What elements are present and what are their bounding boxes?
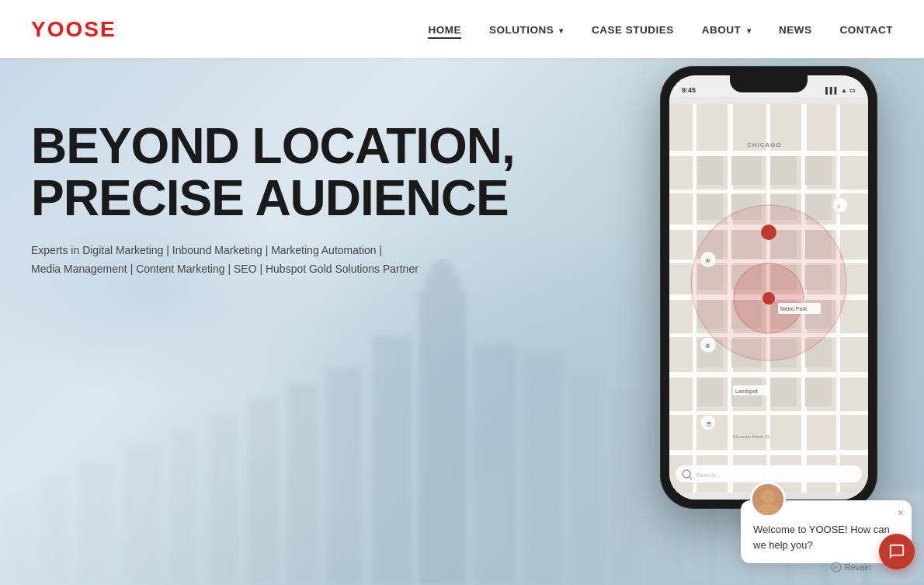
revain-badge: R Revain (831, 562, 871, 573)
svg-text:⊕: ⊕ (705, 257, 710, 264)
battery-icon: ▭ (849, 87, 856, 94)
phone-outer-frame: 9:45 ▌▌▌ ▲ ▭ (660, 66, 877, 509)
hero-title: BEYOND LOCATION, PRECISE AUDIENCE (31, 120, 515, 225)
nav-link-case-studies[interactable]: CASE STUDIES (592, 24, 674, 36)
solutions-caret-icon: ▾ (559, 26, 564, 35)
svg-point-78 (832, 197, 848, 213)
revain-label: Revain (845, 562, 871, 572)
nav-item-about[interactable]: ABOUT ▾ (702, 23, 751, 37)
signal-icon: ▌▌▌ (825, 87, 839, 94)
svg-rect-64 (697, 378, 723, 406)
nav-link-solutions[interactable]: SOLUTIONS ▾ (489, 24, 564, 36)
nav-item-news[interactable]: NEWS (779, 23, 812, 37)
nav-link-news[interactable]: NEWS (779, 24, 812, 36)
hero-subtitle: Experts in Digital Marketing | Inbound M… (31, 242, 515, 279)
svg-text:Search...: Search... (696, 472, 721, 479)
navbar: YOOSE HOME SOLUTIONS ▾ CASE STUDIES ABOU… (0, 0, 924, 58)
nav-item-solutions[interactable]: SOLUTIONS ▾ (489, 23, 564, 37)
chat-bubble-button[interactable] (879, 534, 915, 569)
nav-link-about[interactable]: ABOUT ▾ (702, 24, 751, 36)
brand-logo[interactable]: YOOSE (31, 17, 116, 42)
wifi-icon: ▲ (841, 87, 847, 94)
svg-rect-43 (805, 156, 832, 185)
phone-mockup: 9:45 ▌▌▌ ▲ ▭ (660, 66, 877, 509)
svg-rect-40 (697, 156, 723, 185)
svg-rect-67 (805, 378, 832, 406)
svg-text:☕: ☕ (705, 420, 713, 427)
phone-inner-screen: 9:45 ▌▌▌ ▲ ▭ (669, 75, 868, 500)
nav-item-home[interactable]: HOME (428, 23, 461, 37)
chat-icon (888, 543, 905, 560)
map-svg: CHICAGO Metro Park Landspot Museum North… (669, 97, 868, 500)
svg-text:Landspot: Landspot (735, 388, 758, 395)
svg-text:R: R (833, 565, 837, 570)
svg-rect-42 (770, 156, 797, 185)
nav-links: HOME SOLUTIONS ▾ CASE STUDIES ABOUT ▾ NE… (428, 23, 893, 37)
about-caret-icon: ▾ (747, 26, 752, 35)
chat-avatar (750, 482, 786, 517)
svg-text:Metro Park: Metro Park (780, 306, 808, 312)
chat-greeting-text: Welcome to YOOSE! How can we help you? (753, 522, 899, 552)
svg-text:♪: ♪ (837, 203, 840, 210)
hero-content: BEYOND LOCATION, PRECISE AUDIENCE Expert… (31, 120, 515, 279)
svg-text:CHICAGO: CHICAGO (747, 141, 782, 148)
svg-rect-41 (731, 156, 762, 185)
chat-close-button[interactable]: × (898, 507, 904, 519)
nav-link-home[interactable]: HOME (428, 24, 461, 39)
svg-text:⊕: ⊕ (705, 343, 710, 350)
hero-section: BEYOND LOCATION, PRECISE AUDIENCE Expert… (0, 58, 924, 585)
svg-point-91 (761, 489, 775, 503)
phone-status-icons: ▌▌▌ ▲ ▭ (825, 87, 856, 94)
svg-point-71 (762, 292, 775, 305)
nav-item-contact[interactable]: CONTACT (840, 23, 894, 37)
svg-rect-66 (770, 378, 797, 406)
revain-icon: R (831, 562, 842, 573)
svg-rect-44 (697, 194, 723, 220)
phone-map: CHICAGO Metro Park Landspot Museum North… (669, 97, 868, 500)
svg-text:Museum North St.: Museum North St. (733, 434, 771, 439)
nav-item-case-studies[interactable]: CASE STUDIES (592, 23, 674, 37)
nav-link-contact[interactable]: CONTACT (840, 24, 894, 36)
phone-notch (730, 75, 808, 92)
avatar-image (752, 484, 783, 515)
